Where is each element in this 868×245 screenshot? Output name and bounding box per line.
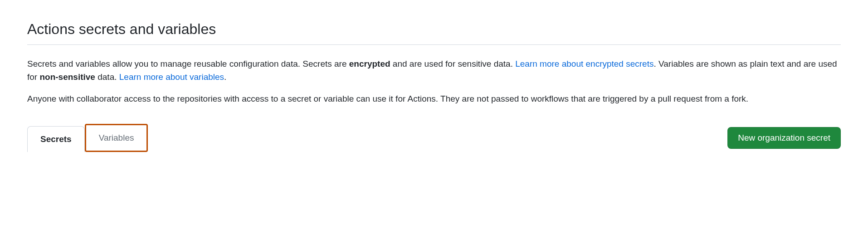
- new-organization-secret-button[interactable]: New organization secret: [727, 127, 841, 149]
- tabs-container: Secrets Variables: [27, 124, 148, 152]
- tab-variables[interactable]: Variables: [85, 124, 148, 152]
- learn-more-variables-link[interactable]: Learn more about variables: [119, 72, 224, 82]
- tab-row: Secrets Variables New organization secre…: [27, 124, 841, 152]
- description-text: data.: [95, 72, 119, 82]
- description-strong-nonsensitive: non-sensitive: [39, 72, 95, 82]
- page-title: Actions secrets and variables: [27, 18, 841, 45]
- description-strong-encrypted: encrypted: [349, 59, 390, 69]
- tab-secrets[interactable]: Secrets: [27, 126, 85, 152]
- description-paragraph-2: Anyone with collaborator access to the r…: [27, 93, 841, 106]
- description-paragraph-1: Secrets and variables allow you to manag…: [27, 58, 841, 83]
- description-container: Secrets and variables allow you to manag…: [27, 58, 841, 106]
- learn-more-encrypted-secrets-link[interactable]: Learn more about encrypted secrets: [515, 59, 653, 69]
- description-text: Secrets and variables allow you to manag…: [27, 59, 349, 69]
- description-text: .: [224, 72, 226, 82]
- description-text: and are used for sensitive data.: [390, 59, 516, 69]
